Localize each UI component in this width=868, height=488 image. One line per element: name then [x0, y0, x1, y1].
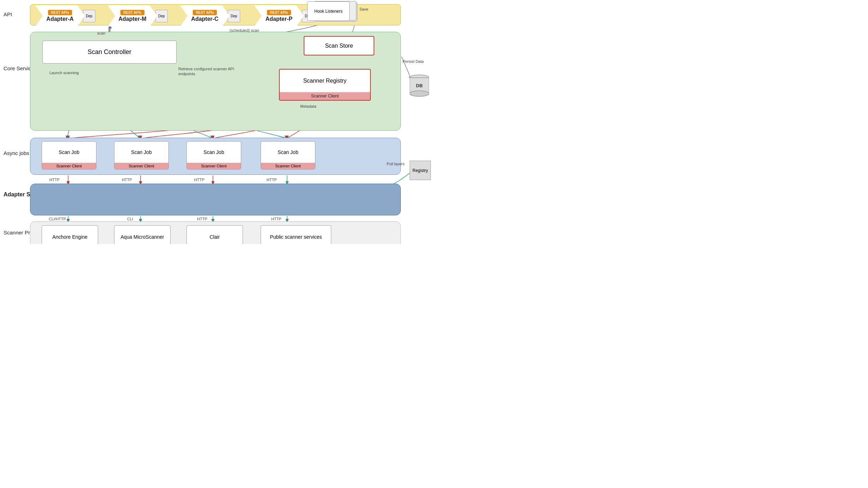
http-label-4: HTTP: [267, 178, 277, 182]
scan-job-1-title: Scan Job: [42, 142, 96, 163]
http-label-3: HTTP: [194, 178, 204, 182]
adapter-a-dep: Dep: [83, 10, 95, 22]
scan-job-4: Scan Job Scanner Client: [261, 141, 315, 169]
retrieve-endpoints-label: Retrieve configured scanner API endpoint…: [178, 66, 235, 77]
api-layer-label: API: [4, 11, 12, 17]
hook-listeners-box: Hook Listeners: [307, 1, 350, 21]
core-service-label: Core Service: [4, 65, 34, 71]
scan-job-3-client: Scanner Client: [187, 163, 241, 169]
adapter-p-shape: REST APIs Adapter-P: [254, 5, 304, 26]
aqua-microscanner-box: Aqua MicroScanner: [114, 225, 171, 244]
adapter-m-box: REST APIs Adapter-M Dep: [108, 4, 173, 28]
scan-store-label: Scan Store: [325, 43, 353, 49]
scan-job-1: Scan Job Scanner Client: [42, 141, 96, 169]
adapter-p-rest-badge: REST APIs: [267, 10, 291, 15]
metadata-label: Metadata: [300, 104, 316, 108]
cli-http-label: CLI/HTTP: [49, 217, 66, 221]
architecture-diagram: API Core Service Async jobs Adapter Serv…: [0, 0, 434, 244]
scanner-registry-title: Scanner Registry: [280, 70, 370, 92]
anchore-engine-label: Anchore Engine: [52, 234, 88, 240]
scan-job-4-title: Scan Job: [261, 142, 315, 163]
adapter-m-shape: REST APIs Adapter-M: [108, 5, 157, 26]
adapter-c-dep: Dep: [228, 10, 240, 22]
scan-store-box: Scan Store: [304, 36, 374, 55]
async-jobs-label: Async jobs: [4, 150, 29, 156]
persist-data-label: Persist Data: [403, 59, 424, 64]
http-label-5: HTTP: [197, 217, 207, 221]
adapter-c-rest-badge: REST APIs: [193, 10, 216, 15]
http-label-6: HTTP: [271, 217, 281, 221]
clair-box: Clair: [186, 225, 243, 244]
scan-job-1-client: Scanner Client: [42, 163, 96, 169]
scan-arrow-label: scan: [97, 31, 105, 35]
public-scanner-label: Public scanner services: [270, 234, 322, 240]
scan-job-2-client: Scanner Client: [114, 163, 168, 169]
adapter-m-rest-badge: REST APIs: [120, 10, 144, 15]
adapter-layer-box: [30, 184, 401, 215]
aqua-microscanner-label: Aqua MicroScanner: [121, 234, 164, 240]
registry-label: Registry: [412, 168, 428, 173]
adapter-m-dep: Dep: [155, 10, 168, 22]
adapter-c-name: Adapter-C: [191, 16, 218, 22]
adapter-a-shape: REST APIs Adapter-A: [35, 5, 85, 26]
cli-label: CLI: [127, 217, 133, 221]
public-scanner-box: Public scanner services: [261, 225, 331, 244]
scan-controller-label: Scan Controller: [88, 48, 131, 56]
scanner-client-bar-core: Scanner Client: [280, 92, 370, 100]
adapter-a-box: REST APIs Adapter-A Dep: [35, 4, 101, 28]
db-label: DB: [416, 83, 423, 88]
scheduled-scan-label: (scheduled) scan: [230, 28, 259, 32]
scan-job-4-client: Scanner Client: [261, 163, 315, 169]
adapter-c-box: REST APIs Adapter-C Dep: [180, 4, 245, 28]
adapter-c-shape: REST APIs Adapter-C: [180, 5, 230, 26]
scan-controller-box: Scan Controller: [42, 41, 177, 64]
clair-label: Clair: [210, 234, 220, 240]
pull-layers-label: Pull layers: [387, 162, 405, 166]
http-label-1: HTTP: [49, 178, 60, 182]
db-shape: DB: [410, 74, 429, 97]
scan-job-3-title: Scan Job: [187, 142, 241, 163]
anchore-engine-box: Anchore Engine: [42, 225, 98, 244]
scan-job-3: Scan Job Scanner Client: [186, 141, 241, 169]
adapter-a-name: Adapter-A: [46, 16, 73, 22]
adapter-a-rest-badge: REST APIs: [48, 10, 72, 15]
adapter-m-name: Adapter-M: [118, 16, 146, 22]
registry-box: Registry: [410, 161, 431, 180]
hook-listeners-label: Hook Listeners: [314, 9, 343, 14]
http-label-2: HTTP: [122, 178, 132, 182]
svg-point-14: [410, 91, 429, 96]
scan-job-2-title: Scan Job: [114, 142, 168, 163]
adapter-p-name: Adapter-P: [266, 16, 292, 22]
save-label: Save: [359, 7, 368, 11]
scan-job-2: Scan Job Scanner Client: [114, 141, 169, 169]
scanner-registry-box: Scanner Registry Scanner Client: [279, 69, 371, 101]
launch-scanning-label: Launch scanning: [49, 71, 79, 75]
